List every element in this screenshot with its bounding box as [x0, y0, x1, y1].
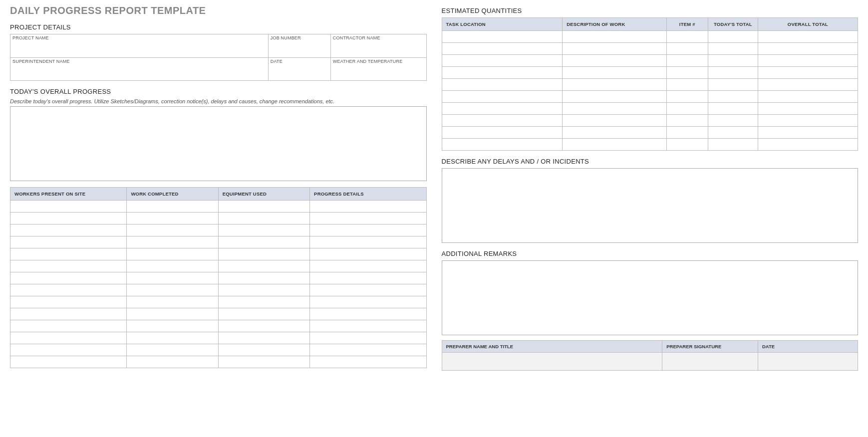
table-cell[interactable] [708, 55, 758, 67]
table-cell[interactable] [10, 356, 127, 368]
table-cell[interactable] [310, 224, 426, 236]
table-cell[interactable] [10, 296, 127, 308]
input-contractor-name[interactable] [330, 41, 426, 57]
table-cell[interactable] [218, 224, 309, 236]
table-cell[interactable] [10, 284, 127, 296]
table-cell[interactable] [666, 67, 708, 79]
table-cell[interactable] [563, 127, 666, 139]
input-delays[interactable] [442, 168, 859, 243]
table-cell[interactable] [708, 139, 758, 151]
table-cell[interactable] [442, 43, 563, 55]
table-cell[interactable] [10, 224, 127, 236]
input-project-name[interactable] [10, 41, 269, 57]
table-cell[interactable] [563, 67, 666, 79]
table-cell[interactable] [563, 139, 666, 151]
table-cell[interactable] [758, 115, 858, 127]
table-cell[interactable] [758, 103, 858, 115]
table-cell[interactable] [127, 272, 218, 284]
table-cell[interactable] [563, 91, 666, 103]
table-cell[interactable] [758, 127, 858, 139]
table-cell[interactable] [127, 296, 218, 308]
table-cell[interactable] [127, 248, 218, 260]
table-cell[interactable] [10, 236, 127, 248]
table-cell[interactable] [708, 31, 758, 43]
table-cell[interactable] [666, 55, 708, 67]
table-cell[interactable] [563, 55, 666, 67]
table-cell[interactable] [127, 284, 218, 296]
table-cell[interactable] [10, 260, 127, 272]
table-cell[interactable] [218, 213, 309, 224]
table-cell[interactable] [127, 260, 218, 272]
table-cell[interactable] [218, 344, 309, 356]
table-cell[interactable] [666, 91, 708, 103]
table-cell[interactable] [708, 115, 758, 127]
table-cell[interactable] [10, 320, 127, 332]
table-cell[interactable] [218, 248, 309, 260]
table-cell[interactable] [758, 43, 858, 55]
input-preparer-name[interactable] [442, 353, 662, 371]
table-cell[interactable] [310, 213, 426, 224]
table-cell[interactable] [666, 139, 708, 151]
table-cell[interactable] [10, 332, 127, 344]
table-cell[interactable] [708, 103, 758, 115]
table-cell[interactable] [666, 127, 708, 139]
table-cell[interactable] [218, 236, 309, 248]
table-cell[interactable] [563, 103, 666, 115]
table-cell[interactable] [10, 248, 127, 260]
input-preparer-signature[interactable] [662, 353, 758, 371]
table-cell[interactable] [127, 344, 218, 356]
table-cell[interactable] [218, 320, 309, 332]
table-cell[interactable] [127, 320, 218, 332]
table-cell[interactable] [758, 139, 858, 151]
table-cell[interactable] [666, 43, 708, 55]
input-date[interactable] [268, 65, 330, 81]
table-cell[interactable] [563, 79, 666, 91]
table-cell[interactable] [758, 67, 858, 79]
table-cell[interactable] [10, 344, 127, 356]
table-cell[interactable] [218, 308, 309, 320]
table-cell[interactable] [218, 356, 309, 368]
table-cell[interactable] [666, 31, 708, 43]
table-cell[interactable] [666, 103, 708, 115]
table-cell[interactable] [442, 67, 563, 79]
table-cell[interactable] [218, 201, 309, 213]
table-cell[interactable] [442, 55, 563, 67]
table-cell[interactable] [708, 91, 758, 103]
table-cell[interactable] [708, 79, 758, 91]
table-cell[interactable] [127, 224, 218, 236]
table-cell[interactable] [310, 332, 426, 344]
table-cell[interactable] [708, 43, 758, 55]
table-cell[interactable] [310, 308, 426, 320]
table-cell[interactable] [218, 260, 309, 272]
table-cell[interactable] [310, 260, 426, 272]
table-cell[interactable] [563, 115, 666, 127]
table-cell[interactable] [10, 213, 127, 224]
table-cell[interactable] [708, 127, 758, 139]
input-signoff-date[interactable] [758, 353, 858, 371]
table-cell[interactable] [442, 79, 563, 91]
table-cell[interactable] [10, 308, 127, 320]
table-cell[interactable] [563, 31, 666, 43]
table-cell[interactable] [310, 320, 426, 332]
table-cell[interactable] [10, 272, 127, 284]
table-cell[interactable] [666, 79, 708, 91]
table-cell[interactable] [442, 127, 563, 139]
table-cell[interactable] [758, 31, 858, 43]
table-cell[interactable] [127, 236, 218, 248]
input-superintendent-name[interactable] [10, 65, 269, 81]
input-job-number[interactable] [268, 41, 330, 57]
table-cell[interactable] [442, 91, 563, 103]
table-cell[interactable] [442, 31, 563, 43]
table-cell[interactable] [310, 296, 426, 308]
table-cell[interactable] [310, 248, 426, 260]
table-cell[interactable] [563, 43, 666, 55]
table-cell[interactable] [10, 201, 127, 213]
table-cell[interactable] [442, 103, 563, 115]
table-cell[interactable] [758, 79, 858, 91]
table-cell[interactable] [310, 272, 426, 284]
table-cell[interactable] [127, 201, 218, 213]
table-cell[interactable] [442, 139, 563, 151]
table-cell[interactable] [310, 236, 426, 248]
table-cell[interactable] [758, 55, 858, 67]
table-cell[interactable] [310, 284, 426, 296]
